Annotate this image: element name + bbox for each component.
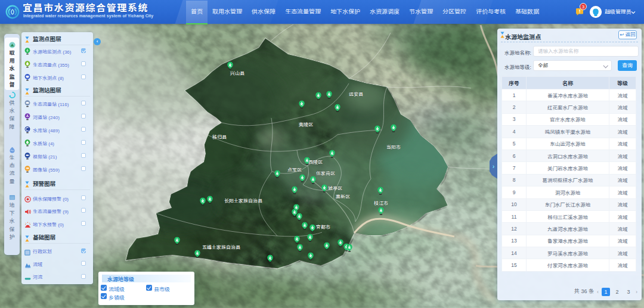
- svg-text:远安县: 远安县: [349, 91, 363, 97]
- svg-text:五峰土家族自治县: 五峰土家族自治县: [202, 244, 240, 250]
- svg-text:夷陵区: 夷陵区: [299, 121, 313, 127]
- svg-text:点军区: 点军区: [287, 166, 302, 173]
- svg-text:宜都市: 宜都市: [316, 223, 330, 230]
- svg-text:当阳市: 当阳市: [386, 144, 401, 150]
- svg-text:枝江市: 枝江市: [374, 200, 388, 206]
- svg-text:高新区: 高新区: [336, 193, 350, 200]
- svg-text:猇亭区: 猇亭区: [328, 185, 342, 191]
- svg-text:秭归县: 秭归县: [212, 133, 227, 140]
- svg-text:长阳土家族自治县: 长阳土家族自治县: [224, 197, 262, 204]
- svg-text:伍家岗区: 伍家岗区: [316, 170, 335, 176]
- svg-text:西陵区: 西陵区: [308, 158, 323, 165]
- svg-text:兴山县: 兴山县: [230, 70, 244, 76]
